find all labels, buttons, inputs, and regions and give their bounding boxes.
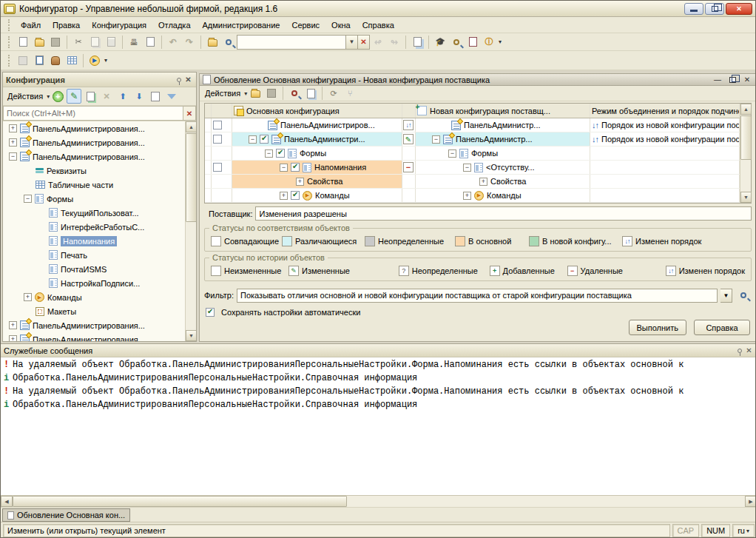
- minimize-button[interactable]: [684, 3, 703, 15]
- dialog-compare-icon[interactable]: [303, 86, 318, 101]
- actions-dropdown-icon[interactable]: ▾: [47, 93, 50, 100]
- include-checkbox[interactable]: [276, 149, 285, 158]
- tree-row[interactable]: ▶ Команды: [3, 290, 196, 304]
- scroll-left-icon[interactable]: ◀: [1, 496, 13, 507]
- menu-help[interactable]: Справка: [357, 19, 400, 32]
- filter-search-icon[interactable]: [736, 288, 751, 303]
- comparison-vertical-scrollbar[interactable]: ▲ ▼: [740, 104, 751, 203]
- tree-row[interactable]: ПочтаИSMS: [3, 262, 196, 276]
- dialog-close-icon[interactable]: ✕: [741, 75, 753, 85]
- go-forward-icon[interactable]: ↬: [387, 35, 402, 50]
- expander-minus-icon[interactable]: [463, 164, 471, 172]
- scroll-up-icon[interactable]: ▲: [186, 121, 196, 132]
- include-checkbox[interactable]: [291, 163, 300, 172]
- sort-list-icon[interactable]: [148, 89, 163, 104]
- copy-icon[interactable]: [87, 35, 102, 50]
- language-dropdown-icon[interactable]: ▾: [746, 528, 749, 534]
- language-indicator[interactable]: ru▾: [732, 524, 755, 537]
- menu-windows[interactable]: Окна: [325, 19, 357, 32]
- search-input[interactable]: [237, 35, 346, 50]
- add-icon[interactable]: +: [50, 89, 65, 104]
- open-icon[interactable]: [32, 35, 47, 50]
- expander-plus-icon[interactable]: [479, 178, 487, 186]
- move-up-icon[interactable]: ⬆: [115, 89, 130, 104]
- search-clear-icon[interactable]: ✕: [358, 35, 370, 50]
- tree-search-input[interactable]: [3, 106, 183, 121]
- filter-field[interactable]: Показывать отличия основной и новой конф…: [237, 289, 718, 303]
- dialog-open-icon[interactable]: [248, 86, 263, 101]
- row-checkbox[interactable]: [213, 135, 222, 144]
- close-button[interactable]: ✕: [726, 3, 752, 15]
- templates-icon[interactable]: [465, 35, 480, 50]
- syntax-check-icon[interactable]: 🎓: [433, 35, 448, 50]
- debug-more-icon[interactable]: ▾: [104, 57, 107, 64]
- expander-minus-icon[interactable]: [24, 195, 32, 203]
- comparison-row[interactable]: ▶Команды ▶Команды: [205, 189, 740, 203]
- info-icon[interactable]: ⓘ: [482, 35, 496, 50]
- restore-button[interactable]: [705, 3, 724, 15]
- menu-edit[interactable]: Правка: [47, 19, 86, 32]
- messages-pin-icon[interactable]: [735, 346, 744, 355]
- expander-plus-icon[interactable]: [9, 138, 17, 147]
- column-merge-mode[interactable]: Режим объединения и порядок подчинен...: [590, 104, 740, 118]
- menu-tools[interactable]: Сервис: [286, 19, 325, 32]
- window-tab-update-config[interactable]: Обновление Основная кон...: [2, 508, 130, 522]
- scroll-thumb[interactable]: [740, 115, 752, 160]
- find-in-syntax-icon[interactable]: [449, 35, 464, 50]
- comparison-row[interactable]: Свойства Свойства: [205, 175, 740, 189]
- expander-plus-icon[interactable]: [24, 293, 32, 301]
- tree-row[interactable]: Табличные части: [3, 178, 196, 192]
- scroll-up-icon[interactable]: ▲: [740, 104, 752, 115]
- tree-row[interactable]: Макеты: [3, 304, 196, 318]
- expander-minus-icon[interactable]: [9, 152, 17, 161]
- row-checkbox[interactable]: [213, 121, 222, 130]
- toolbar-more-icon[interactable]: ▾: [499, 38, 502, 45]
- tree-row[interactable]: ПанельАдминистрирования...: [3, 149, 196, 164]
- scroll-thumb[interactable]: [186, 133, 196, 222]
- include-checkbox[interactable]: [291, 191, 300, 200]
- row-checkbox[interactable]: [213, 163, 222, 172]
- move-down-icon[interactable]: ⬇: [132, 89, 146, 104]
- autosave-checkbox[interactable]: [206, 308, 215, 317]
- message-warning[interactable]: !На удаляемый объект Обработка.ПанельАдм…: [4, 360, 754, 373]
- message-info[interactable]: iОбработка.ПанельАдминистрированияПерсон…: [4, 400, 754, 413]
- search-icon[interactable]: [221, 35, 236, 50]
- expander-plus-icon[interactable]: [9, 124, 17, 132]
- dialog-actions-dropdown-icon[interactable]: ▾: [244, 90, 247, 97]
- print-icon[interactable]: 🖶: [126, 35, 141, 50]
- filter-icon[interactable]: [164, 89, 179, 104]
- tree-search-clear-icon[interactable]: ✕: [183, 106, 196, 121]
- dialog-refresh-icon[interactable]: ⟳: [326, 86, 341, 101]
- tree-row[interactable]: ПанельАдминистрирования...: [3, 318, 196, 332]
- expander-plus-icon[interactable]: [9, 335, 17, 341]
- cut-icon[interactable]: ✂: [71, 35, 86, 50]
- go-back-icon[interactable]: ↫: [371, 35, 385, 50]
- comparison-row[interactable]: Формы Формы: [205, 147, 740, 161]
- scroll-down-icon[interactable]: ▼: [186, 330, 196, 341]
- expander-minus-icon[interactable]: [249, 135, 257, 144]
- scroll-right-icon[interactable]: ▶: [745, 496, 756, 507]
- copy-add-icon[interactable]: [83, 89, 98, 104]
- expander-minus-icon[interactable]: [265, 149, 273, 158]
- help-button[interactable]: Справка: [694, 320, 750, 335]
- start-debug-icon[interactable]: ▶: [87, 53, 102, 68]
- tree-row[interactable]: ТекущийПользоват...: [3, 206, 196, 220]
- dialog-restore-icon[interactable]: [726, 75, 738, 85]
- tree-row[interactable]: ПанельАдминистрирования...: [3, 332, 196, 341]
- expander-minus-icon[interactable]: [432, 135, 440, 144]
- messages-close-icon[interactable]: ✕: [744, 346, 754, 355]
- column-main-config[interactable]: Основная конфигурация: [232, 104, 402, 118]
- dialog-save-icon[interactable]: [264, 86, 279, 101]
- print-preview-icon[interactable]: [143, 35, 158, 50]
- close-config-icon[interactable]: [32, 53, 47, 68]
- run-button[interactable]: Выполнить: [629, 320, 686, 335]
- global-search-icon[interactable]: [205, 35, 220, 50]
- tree-row[interactable]: Печать: [3, 248, 196, 262]
- undo-icon[interactable]: ↶: [166, 35, 180, 50]
- messages-horizontal-scrollbar[interactable]: ◀ ▶: [1, 495, 756, 507]
- tree-row[interactable]: НастройкаПодписи...: [3, 276, 196, 290]
- tree-row[interactable]: Реквизиты: [3, 164, 196, 178]
- expander-plus-icon[interactable]: [296, 178, 304, 186]
- paste-icon[interactable]: [104, 35, 118, 50]
- pin-icon[interactable]: [174, 75, 183, 84]
